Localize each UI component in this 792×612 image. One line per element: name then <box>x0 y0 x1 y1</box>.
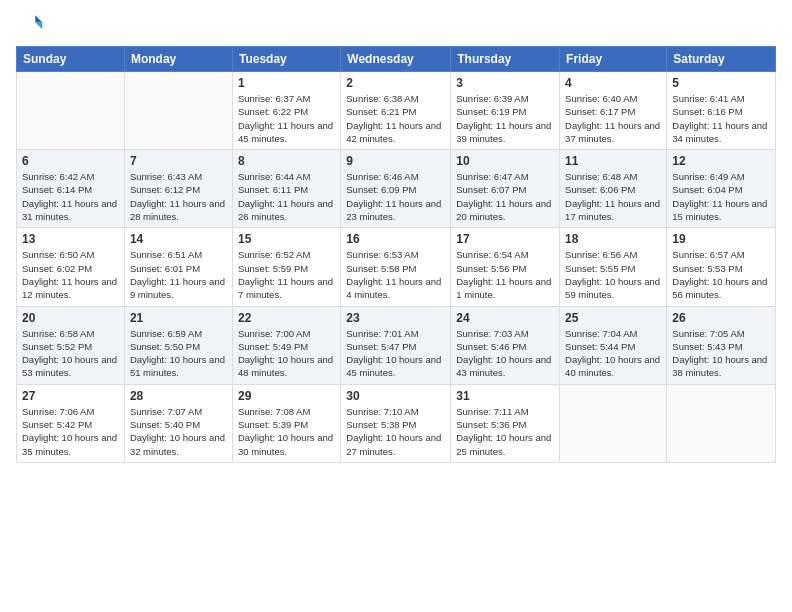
sunset-text: Sunset: 6:22 PM <box>238 106 308 117</box>
daylight-text: Daylight: 10 hours and 56 minutes. <box>672 276 767 300</box>
sunrise-text: Sunrise: 7:05 AM <box>672 328 744 339</box>
sunrise-text: Sunrise: 6:56 AM <box>565 249 637 260</box>
sunset-text: Sunset: 6:07 PM <box>456 184 526 195</box>
sunset-text: Sunset: 5:53 PM <box>672 263 742 274</box>
calendar-cell: 8 Sunrise: 6:44 AM Sunset: 6:11 PM Dayli… <box>232 150 340 228</box>
cell-info: Sunrise: 6:49 AM Sunset: 6:04 PM Dayligh… <box>672 170 770 223</box>
daylight-text: Daylight: 10 hours and 43 minutes. <box>456 354 551 378</box>
day-number: 3 <box>456 76 554 90</box>
svg-marker-0 <box>35 15 42 22</box>
sunrise-text: Sunrise: 6:51 AM <box>130 249 202 260</box>
day-number: 30 <box>346 389 445 403</box>
sunset-text: Sunset: 5:52 PM <box>22 341 92 352</box>
sunset-text: Sunset: 6:21 PM <box>346 106 416 117</box>
daylight-text: Daylight: 11 hours and 39 minutes. <box>456 120 551 144</box>
calendar-cell <box>560 384 667 462</box>
weekday-header-wednesday: Wednesday <box>341 47 451 72</box>
sunset-text: Sunset: 5:42 PM <box>22 419 92 430</box>
day-number: 29 <box>238 389 335 403</box>
cell-info: Sunrise: 6:50 AM Sunset: 6:02 PM Dayligh… <box>22 248 119 301</box>
sunset-text: Sunset: 5:36 PM <box>456 419 526 430</box>
daylight-text: Daylight: 11 hours and 4 minutes. <box>346 276 441 300</box>
daylight-text: Daylight: 11 hours and 45 minutes. <box>238 120 333 144</box>
sunrise-text: Sunrise: 7:01 AM <box>346 328 418 339</box>
daylight-text: Daylight: 11 hours and 26 minutes. <box>238 198 333 222</box>
day-number: 23 <box>346 311 445 325</box>
calendar-cell: 6 Sunrise: 6:42 AM Sunset: 6:14 PM Dayli… <box>17 150 125 228</box>
cell-info: Sunrise: 6:54 AM Sunset: 5:56 PM Dayligh… <box>456 248 554 301</box>
day-number: 6 <box>22 154 119 168</box>
daylight-text: Daylight: 11 hours and 42 minutes. <box>346 120 441 144</box>
sunrise-text: Sunrise: 6:54 AM <box>456 249 528 260</box>
day-number: 7 <box>130 154 227 168</box>
daylight-text: Daylight: 11 hours and 34 minutes. <box>672 120 767 144</box>
sunset-text: Sunset: 6:16 PM <box>672 106 742 117</box>
sunrise-text: Sunrise: 7:06 AM <box>22 406 94 417</box>
daylight-text: Daylight: 10 hours and 38 minutes. <box>672 354 767 378</box>
daylight-text: Daylight: 11 hours and 9 minutes. <box>130 276 225 300</box>
day-number: 27 <box>22 389 119 403</box>
cell-info: Sunrise: 7:11 AM Sunset: 5:36 PM Dayligh… <box>456 405 554 458</box>
day-number: 8 <box>238 154 335 168</box>
calendar-cell <box>124 72 232 150</box>
daylight-text: Daylight: 10 hours and 35 minutes. <box>22 432 117 456</box>
sunset-text: Sunset: 5:43 PM <box>672 341 742 352</box>
calendar-cell: 23 Sunrise: 7:01 AM Sunset: 5:47 PM Dayl… <box>341 306 451 384</box>
calendar-cell: 24 Sunrise: 7:03 AM Sunset: 5:46 PM Dayl… <box>451 306 560 384</box>
day-number: 18 <box>565 232 661 246</box>
sunset-text: Sunset: 5:40 PM <box>130 419 200 430</box>
daylight-text: Daylight: 10 hours and 40 minutes. <box>565 354 660 378</box>
daylight-text: Daylight: 10 hours and 48 minutes. <box>238 354 333 378</box>
sunset-text: Sunset: 5:58 PM <box>346 263 416 274</box>
calendar-week-row: 27 Sunrise: 7:06 AM Sunset: 5:42 PM Dayl… <box>17 384 776 462</box>
calendar-cell <box>17 72 125 150</box>
sunrise-text: Sunrise: 7:10 AM <box>346 406 418 417</box>
cell-info: Sunrise: 7:07 AM Sunset: 5:40 PM Dayligh… <box>130 405 227 458</box>
day-number: 22 <box>238 311 335 325</box>
sunset-text: Sunset: 5:46 PM <box>456 341 526 352</box>
sunset-text: Sunset: 6:09 PM <box>346 184 416 195</box>
cell-info: Sunrise: 6:58 AM Sunset: 5:52 PM Dayligh… <box>22 327 119 380</box>
cell-info: Sunrise: 6:41 AM Sunset: 6:16 PM Dayligh… <box>672 92 770 145</box>
sunrise-text: Sunrise: 6:47 AM <box>456 171 528 182</box>
sunrise-text: Sunrise: 7:00 AM <box>238 328 310 339</box>
cell-info: Sunrise: 7:04 AM Sunset: 5:44 PM Dayligh… <box>565 327 661 380</box>
calendar-cell: 26 Sunrise: 7:05 AM Sunset: 5:43 PM Dayl… <box>667 306 776 384</box>
sunset-text: Sunset: 6:06 PM <box>565 184 635 195</box>
sunset-text: Sunset: 6:04 PM <box>672 184 742 195</box>
cell-info: Sunrise: 6:39 AM Sunset: 6:19 PM Dayligh… <box>456 92 554 145</box>
daylight-text: Daylight: 10 hours and 25 minutes. <box>456 432 551 456</box>
calendar-cell: 21 Sunrise: 6:59 AM Sunset: 5:50 PM Dayl… <box>124 306 232 384</box>
sunset-text: Sunset: 5:38 PM <box>346 419 416 430</box>
cell-info: Sunrise: 7:01 AM Sunset: 5:47 PM Dayligh… <box>346 327 445 380</box>
calendar-cell: 9 Sunrise: 6:46 AM Sunset: 6:09 PM Dayli… <box>341 150 451 228</box>
calendar-week-row: 20 Sunrise: 6:58 AM Sunset: 5:52 PM Dayl… <box>17 306 776 384</box>
day-number: 24 <box>456 311 554 325</box>
day-number: 10 <box>456 154 554 168</box>
sunset-text: Sunset: 6:14 PM <box>22 184 92 195</box>
calendar-cell: 2 Sunrise: 6:38 AM Sunset: 6:21 PM Dayli… <box>341 72 451 150</box>
sunrise-text: Sunrise: 6:40 AM <box>565 93 637 104</box>
day-number: 15 <box>238 232 335 246</box>
sunrise-text: Sunrise: 6:44 AM <box>238 171 310 182</box>
calendar-cell: 31 Sunrise: 7:11 AM Sunset: 5:36 PM Dayl… <box>451 384 560 462</box>
day-number: 26 <box>672 311 770 325</box>
calendar-cell: 27 Sunrise: 7:06 AM Sunset: 5:42 PM Dayl… <box>17 384 125 462</box>
calendar-table: SundayMondayTuesdayWednesdayThursdayFrid… <box>16 46 776 463</box>
daylight-text: Daylight: 10 hours and 27 minutes. <box>346 432 441 456</box>
cell-info: Sunrise: 6:59 AM Sunset: 5:50 PM Dayligh… <box>130 327 227 380</box>
calendar-cell: 5 Sunrise: 6:41 AM Sunset: 6:16 PM Dayli… <box>667 72 776 150</box>
daylight-text: Daylight: 11 hours and 17 minutes. <box>565 198 660 222</box>
calendar-cell: 20 Sunrise: 6:58 AM Sunset: 5:52 PM Dayl… <box>17 306 125 384</box>
cell-info: Sunrise: 6:56 AM Sunset: 5:55 PM Dayligh… <box>565 248 661 301</box>
day-number: 12 <box>672 154 770 168</box>
sunset-text: Sunset: 5:50 PM <box>130 341 200 352</box>
calendar-week-row: 1 Sunrise: 6:37 AM Sunset: 6:22 PM Dayli… <box>17 72 776 150</box>
sunset-text: Sunset: 5:59 PM <box>238 263 308 274</box>
cell-info: Sunrise: 6:44 AM Sunset: 6:11 PM Dayligh… <box>238 170 335 223</box>
day-number: 21 <box>130 311 227 325</box>
day-number: 16 <box>346 232 445 246</box>
daylight-text: Daylight: 10 hours and 59 minutes. <box>565 276 660 300</box>
day-number: 19 <box>672 232 770 246</box>
daylight-text: Daylight: 10 hours and 30 minutes. <box>238 432 333 456</box>
